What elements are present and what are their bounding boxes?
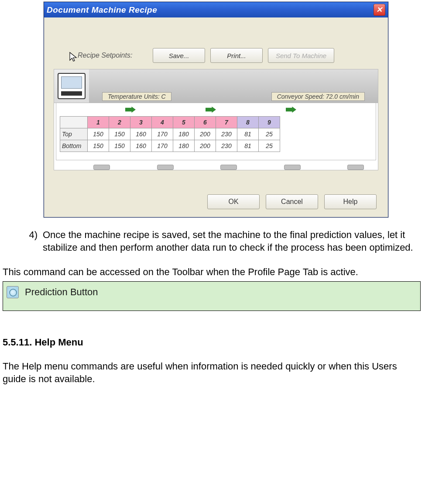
- cell: 200: [195, 140, 216, 152]
- zone-header: 1: [88, 117, 109, 128]
- cell: 81: [237, 128, 259, 140]
- section-heading: 5.5.11. Help Menu: [3, 336, 421, 349]
- table-row: Bottom 150 150 160 170 180 200 230 81 25: [60, 140, 280, 152]
- step-text: Once the machine recipe is saved, set th…: [43, 229, 421, 254]
- ok-button[interactable]: OK: [207, 194, 260, 209]
- dialog-titlebar[interactable]: Document Machine Recipe ✕: [44, 2, 388, 17]
- cell: 150: [88, 140, 109, 152]
- send-to-machine-button[interactable]: Send To Machine: [268, 48, 334, 63]
- cancel-button[interactable]: Cancel: [266, 194, 318, 209]
- cell: 150: [88, 128, 109, 140]
- cell: 180: [173, 128, 195, 140]
- cell: 180: [173, 140, 195, 152]
- cell: 230: [216, 140, 237, 152]
- arrow-right-icon: [206, 107, 216, 113]
- zone-setpoint-table: 1 2 3 4 5 6 7 8 9 Top: [60, 116, 280, 152]
- cell: 160: [130, 128, 152, 140]
- document-machine-recipe-dialog: Document Machine Recipe ✕ Recipe Setpoin…: [44, 2, 388, 217]
- zone-header: 2: [109, 117, 130, 128]
- machine-foot: [220, 165, 237, 170]
- machine-foot: [93, 165, 110, 170]
- machine-foot: [157, 165, 174, 170]
- cell: 150: [109, 140, 130, 152]
- computer-icon: [58, 73, 86, 99]
- cell: 81: [237, 140, 259, 152]
- print-button[interactable]: Print...: [210, 48, 263, 63]
- zone-header: 8: [237, 117, 259, 128]
- table-corner: [60, 117, 88, 128]
- table-row: Top 150 150 160 170 180 200 230 81 25: [60, 128, 280, 140]
- zone-header: 7: [216, 117, 237, 128]
- close-icon[interactable]: ✕: [374, 4, 385, 16]
- machine-diagram-panel: Temperature Units: C Conveyor Speed: 72.…: [54, 69, 378, 170]
- dialog-title: Document Machine Recipe: [47, 5, 157, 15]
- cell: 25: [259, 140, 280, 152]
- prediction-icon: [7, 286, 19, 298]
- arrow-right-icon: [286, 107, 296, 113]
- machine-foot: [284, 165, 301, 170]
- cell: 230: [216, 128, 237, 140]
- zone-header: 6: [195, 117, 216, 128]
- cell: 200: [195, 128, 216, 140]
- recipe-setpoints-label: Recipe Setpoints:: [78, 52, 147, 59]
- zone-header: 9: [259, 117, 280, 128]
- help-menu-paragraph: The Help menu commands are useful when i…: [3, 360, 421, 385]
- cell: 170: [152, 140, 173, 152]
- cell: 25: [259, 128, 280, 140]
- arrow-right-icon: [125, 107, 136, 113]
- row-label: Bottom: [60, 140, 88, 152]
- cursor-icon: [69, 52, 78, 64]
- help-button[interactable]: Help: [324, 194, 377, 209]
- cell: 170: [152, 128, 173, 140]
- temperature-units-label: Temperature Units: C: [102, 92, 171, 101]
- zone-header: 5: [173, 117, 195, 128]
- prediction-label: Prediction Button: [25, 286, 98, 299]
- zone-header: 3: [130, 117, 152, 128]
- cell: 150: [109, 128, 130, 140]
- save-button[interactable]: Save...: [153, 48, 205, 63]
- cell: 160: [130, 140, 152, 152]
- conveyor-speed-label: Conveyor Speed: 72.0 cm/min: [271, 92, 365, 101]
- machine-foot: [347, 165, 364, 170]
- zone-header: 4: [152, 117, 173, 128]
- row-label: Top: [60, 128, 88, 140]
- prediction-button-callout: Prediction Button: [3, 281, 421, 311]
- toolbar-access-text: This command can be accessed on the Tool…: [3, 266, 421, 279]
- step-number: 4): [3, 229, 43, 254]
